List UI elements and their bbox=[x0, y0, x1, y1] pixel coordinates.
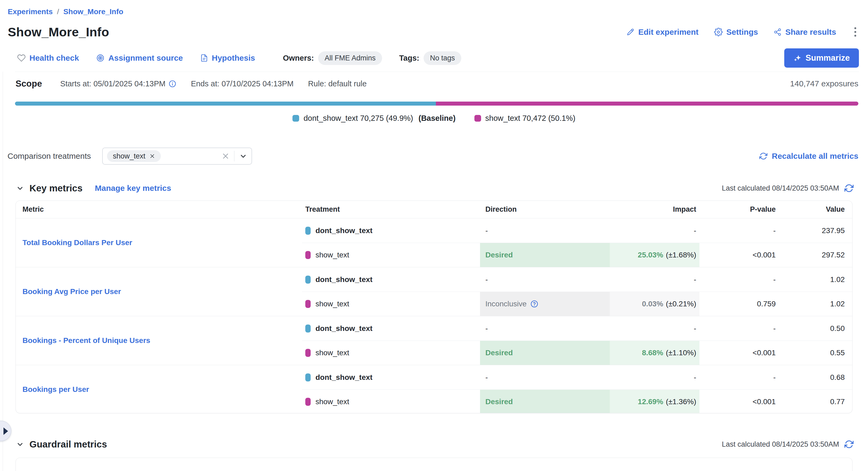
treatment-chip bbox=[305, 300, 311, 308]
breadcrumb: Experiments / Show_More_Info bbox=[8, 7, 123, 16]
key-metrics-title: Key metrics bbox=[29, 183, 83, 194]
comparison-treatments-label: Comparison treatments bbox=[7, 152, 91, 161]
section-divider bbox=[15, 72, 859, 72]
metric-link[interactable]: Booking Avg Price per User bbox=[23, 288, 121, 296]
baseline-chip bbox=[305, 227, 311, 235]
pvalue-cell: - bbox=[700, 218, 776, 243]
direction-cell: - bbox=[480, 316, 610, 341]
impact-cell: 25.03%(±1.68%) bbox=[610, 243, 700, 267]
tags-pill[interactable]: No tags bbox=[424, 51, 461, 65]
impact-cell: 8.68%(±1.10%) bbox=[610, 341, 700, 365]
pvalue-cell: 0.759 bbox=[700, 292, 776, 316]
exposure-legend: dont_show_text 70,275 (49.9%) (Baseline)… bbox=[0, 114, 868, 123]
breadcrumb-experiments-link[interactable]: Experiments bbox=[8, 7, 53, 16]
value-cell: 237.95 bbox=[776, 218, 852, 243]
key-metrics-last-calculated: Last calculated 08/14/2025 03:50AM bbox=[722, 183, 854, 193]
scope-title: Scope bbox=[16, 78, 42, 89]
collapse-chevron-icon[interactable] bbox=[16, 184, 24, 192]
direction-cell: Desired bbox=[480, 341, 610, 365]
experiment-toolbar: Health check Assignment source Hypothesi… bbox=[17, 47, 859, 68]
direction-cell: - bbox=[480, 365, 610, 390]
value-cell: 0.50 bbox=[776, 316, 852, 341]
metric-group: Booking Avg Price per User dont_show_tex… bbox=[16, 267, 852, 316]
refresh-icon[interactable] bbox=[844, 183, 854, 193]
page-header: Show_More_Info Edit experiment Settings … bbox=[8, 25, 859, 39]
impact-cell: - bbox=[610, 365, 700, 390]
legend-baseline-label: dont_show_text 70,275 (49.9%) bbox=[303, 114, 413, 123]
health-check-link[interactable]: Health check bbox=[17, 54, 79, 63]
key-metrics-card: Metric Treatment Direction Impact P-valu… bbox=[16, 200, 852, 413]
pvalue-cell: - bbox=[700, 365, 776, 390]
impact-cell: 0.03%(±0.21%) bbox=[610, 292, 700, 316]
value-cell: 0.77 bbox=[776, 390, 852, 413]
legend-item-baseline: dont_show_text 70,275 (49.9%) (Baseline) bbox=[292, 114, 456, 123]
chevron-down-icon[interactable] bbox=[239, 152, 247, 160]
recalculate-all-metrics-button[interactable]: Recalculate all metrics bbox=[760, 152, 858, 161]
treatment-chip bbox=[305, 251, 311, 259]
hypothesis-label: Hypothesis bbox=[212, 54, 255, 63]
summarize-button[interactable]: Summarize bbox=[784, 48, 859, 68]
owners-pill[interactable]: All FME Admins bbox=[318, 51, 382, 65]
baseline-chip bbox=[305, 373, 311, 381]
legend-treatment-label: show_text 70,472 (50.1%) bbox=[485, 114, 576, 123]
manage-key-metrics-link[interactable]: Manage key metrics bbox=[95, 183, 171, 193]
col-impact: Impact bbox=[610, 467, 700, 471]
share-results-button[interactable]: Share results bbox=[774, 28, 836, 37]
collapsed-panel-edge bbox=[3, 72, 3, 471]
metric-group: Total Booking Dollars Per User dont_show… bbox=[16, 218, 852, 267]
key-metrics-table-header: Metric Treatment Direction Impact P-valu… bbox=[16, 201, 852, 218]
treatment-chip[interactable]: show_text bbox=[107, 150, 161, 162]
settings-button[interactable]: Settings bbox=[714, 28, 758, 37]
header-actions: Edit experiment Settings Share results bbox=[626, 26, 859, 38]
expand-panel-toggle[interactable] bbox=[0, 421, 11, 441]
treatment-name: dont_show_text bbox=[315, 373, 372, 382]
pvalue-cell: - bbox=[700, 267, 776, 292]
col-metric: Metric bbox=[16, 467, 302, 471]
target-icon bbox=[96, 54, 104, 62]
pvalue-cell: <0.001 bbox=[700, 243, 776, 267]
metric-link[interactable]: Total Booking Dollars Per User bbox=[23, 238, 132, 247]
treatment-name: show_text bbox=[315, 398, 349, 406]
treatment-swatch bbox=[474, 115, 481, 122]
scope-rule: Rule: default rule bbox=[308, 79, 367, 88]
value-cell: 0.55 bbox=[776, 341, 852, 365]
treatment-name: show_text bbox=[315, 251, 349, 259]
legend-baseline-suffix: (Baseline) bbox=[418, 114, 456, 123]
gear-icon bbox=[714, 28, 723, 36]
col-value: Value bbox=[776, 201, 852, 218]
collapse-chevron-icon[interactable] bbox=[16, 440, 24, 448]
baseline-chip bbox=[305, 276, 311, 283]
comparison-treatments-select[interactable]: show_text bbox=[102, 147, 252, 165]
value-cell: 0.68 bbox=[776, 365, 852, 390]
select-clear-icon[interactable] bbox=[222, 153, 229, 160]
col-direction: Direction bbox=[480, 201, 610, 218]
assignment-source-link[interactable]: Assignment source bbox=[96, 54, 183, 63]
baseline-swatch bbox=[292, 115, 299, 122]
col-direction: Direction bbox=[480, 467, 610, 471]
chip-remove-icon[interactable] bbox=[150, 154, 155, 159]
tags-label: Tags: bbox=[399, 54, 419, 63]
exposures-count: 140,747 exposures bbox=[790, 79, 858, 88]
metric-link[interactable]: Bookings per User bbox=[23, 385, 89, 394]
info-icon[interactable] bbox=[168, 80, 176, 88]
question-circle-icon[interactable] bbox=[530, 300, 538, 308]
legend-item-treatment: show_text 70,472 (50.1%) bbox=[474, 114, 576, 123]
pvalue-cell: - bbox=[700, 316, 776, 341]
exposure-bar-right bbox=[436, 102, 858, 106]
col-pvalue: P-value bbox=[700, 467, 776, 471]
refresh-icon[interactable] bbox=[844, 440, 854, 449]
metric-group: Bookings per User dont_show_text - - - 0… bbox=[16, 365, 852, 413]
hypothesis-link[interactable]: Hypothesis bbox=[200, 54, 255, 63]
assignment-source-label: Assignment source bbox=[108, 54, 183, 63]
summarize-label: Summarize bbox=[806, 53, 850, 63]
edit-experiment-label: Edit experiment bbox=[638, 28, 699, 37]
breadcrumb-current-link[interactable]: Show_More_Info bbox=[63, 7, 123, 16]
share-icon bbox=[774, 28, 782, 36]
treatment-name: dont_show_text bbox=[315, 275, 372, 284]
guardrail-metrics-header: Guardrail metrics Last calculated 08/14/… bbox=[16, 439, 854, 449]
treatment-chip-label: show_text bbox=[113, 152, 146, 160]
treatment-chip bbox=[305, 349, 311, 357]
metric-link[interactable]: Bookings - Percent of Unique Users bbox=[23, 336, 150, 345]
more-options-kebab-icon[interactable] bbox=[852, 26, 859, 38]
edit-experiment-button[interactable]: Edit experiment bbox=[626, 28, 699, 37]
